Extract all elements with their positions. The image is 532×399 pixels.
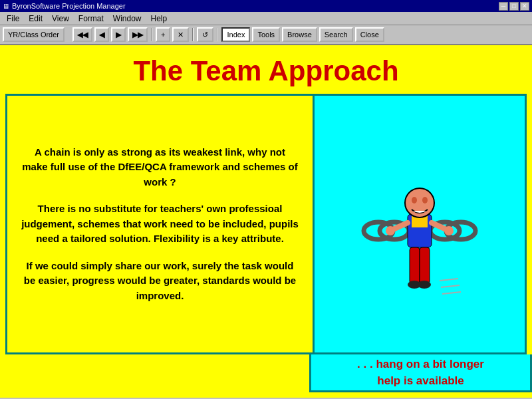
- minimize-button[interactable]: ─: [499, 2, 508, 11]
- menu-edit[interactable]: Edit: [25, 14, 47, 23]
- svg-line-19: [442, 292, 461, 294]
- content-row: A chain is only as strong as its weakest…: [5, 94, 527, 354]
- toolbar-separator-1: [68, 28, 69, 41]
- tools-button[interactable]: Tools: [252, 27, 280, 42]
- add-button[interactable]: +: [156, 27, 170, 42]
- toolbar-separator-4: [217, 28, 218, 41]
- browse-button[interactable]: Browse: [282, 27, 317, 42]
- svg-point-16: [418, 281, 431, 289]
- window-title: ByronSoftware Projection Manager: [12, 2, 126, 10]
- footer-left: [0, 354, 309, 398]
- footer-section: . . . hang on a bit longer help is avail…: [0, 354, 532, 398]
- delete-button[interactable]: ✕: [172, 27, 189, 42]
- next-button[interactable]: ▶: [111, 27, 126, 42]
- menu-file[interactable]: File: [3, 14, 23, 23]
- footer-right: . . . hang on a bit longer help is avail…: [309, 354, 532, 392]
- toolbar-separator-3: [192, 28, 194, 41]
- image-panel: [315, 94, 527, 354]
- svg-point-8: [422, 197, 428, 203]
- slide-title-area: The Team Approach: [0, 45, 532, 94]
- text-panel: A chain is only as strong as its weakest…: [5, 94, 315, 354]
- svg-point-7: [412, 197, 417, 203]
- footer-line-1: . . . hang on a bit longer: [357, 356, 484, 373]
- slide-title: The Team Approach: [7, 55, 525, 87]
- paragraph-2: There is no substitute for teachers' own…: [21, 201, 299, 247]
- index-button[interactable]: Index: [221, 27, 250, 42]
- menu-view[interactable]: View: [48, 14, 73, 23]
- paragraph-3: If we could simply share our work, surel…: [21, 259, 299, 304]
- search-button[interactable]: Search: [319, 27, 353, 42]
- svg-point-11: [386, 226, 395, 235]
- svg-point-12: [444, 226, 454, 235]
- svg-rect-13: [410, 247, 420, 284]
- first-button[interactable]: ◀◀: [72, 27, 92, 42]
- svg-line-17: [440, 279, 458, 281]
- main-area: The Team Approach A chain is only as str…: [0, 45, 532, 398]
- stick-figure: [360, 151, 479, 297]
- prev-button[interactable]: ◀: [94, 27, 109, 42]
- toolbar: YR/Class Order ◀◀ ◀ ▶ ▶▶ + ✕ ↺ Index Too…: [0, 25, 532, 45]
- last-button[interactable]: ▶▶: [128, 27, 148, 42]
- title-bar: 🖥 ByronSoftware Projection Manager ─ □ ✕: [0, 0, 532, 12]
- close-window-button[interactable]: ✕: [520, 2, 529, 11]
- refresh-button[interactable]: ↺: [197, 27, 213, 42]
- svg-line-18: [441, 285, 460, 287]
- menu-bar: File Edit View Format Window Help: [0, 12, 532, 25]
- yr-class-order-button[interactable]: YR/Class Order: [3, 27, 65, 42]
- menu-format[interactable]: Format: [74, 14, 108, 23]
- maximize-button[interactable]: □: [509, 2, 519, 11]
- svg-rect-14: [420, 247, 430, 284]
- footer-line-2: help is available: [377, 372, 464, 390]
- close-button[interactable]: Close: [355, 27, 384, 42]
- paragraph-1: A chain is only as strong as its weakest…: [21, 145, 299, 190]
- menu-help[interactable]: Help: [147, 14, 172, 23]
- toolbar-separator-2: [151, 28, 152, 41]
- menu-window[interactable]: Window: [109, 14, 146, 23]
- app-icon: 🖥: [3, 3, 9, 10]
